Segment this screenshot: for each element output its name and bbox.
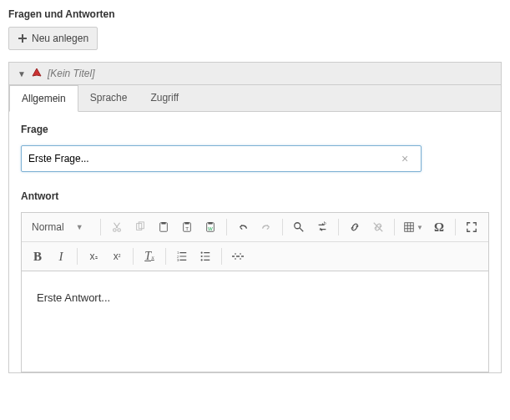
editor-toolbar-row2: B I x₂ x² Tₓ 123 bbox=[22, 242, 488, 271]
svg-rect-13 bbox=[405, 223, 414, 232]
table-icon[interactable]: ▼ bbox=[400, 216, 427, 238]
editor-toolbar-row1: Normal ▼ T W ab ▼ Ω bbox=[22, 213, 488, 242]
svg-point-18 bbox=[201, 256, 203, 257]
editor-content-area[interactable]: Erste Antwort... bbox=[22, 271, 488, 372]
svg-text:T: T bbox=[185, 225, 189, 231]
paste-icon[interactable] bbox=[153, 216, 174, 238]
svg-rect-5 bbox=[184, 222, 189, 225]
item-panel: ▼ [Kein Titel] Allgemein Sprache Zugriff… bbox=[8, 62, 502, 373]
format-select-label: Normal bbox=[32, 221, 64, 233]
answer-label: Antwort bbox=[21, 190, 489, 202]
svg-rect-3 bbox=[161, 222, 165, 225]
undo-icon[interactable] bbox=[232, 216, 254, 238]
ordered-list-icon[interactable]: 123 bbox=[171, 245, 193, 267]
paste-text-icon[interactable]: T bbox=[176, 216, 198, 238]
question-input[interactable] bbox=[21, 145, 422, 172]
svg-text:W: W bbox=[208, 225, 213, 231]
svg-text:a: a bbox=[320, 226, 322, 231]
subscript-icon[interactable]: x₂ bbox=[83, 245, 104, 267]
svg-point-10 bbox=[295, 223, 300, 229]
content-type-icon bbox=[31, 68, 43, 79]
cut-icon[interactable] bbox=[106, 216, 128, 238]
tab-bar: Allgemein Sprache Zugriff bbox=[9, 85, 501, 112]
remove-format-icon[interactable]: Tₓ bbox=[139, 245, 160, 267]
panel-title: [Kein Titel] bbox=[48, 68, 95, 79]
plus-icon bbox=[18, 33, 28, 43]
copy-icon[interactable] bbox=[129, 216, 151, 238]
svg-text:b: b bbox=[324, 221, 326, 225]
create-button-label: Neu anlegen bbox=[32, 33, 88, 44]
tab-general[interactable]: Allgemein bbox=[9, 85, 78, 112]
svg-point-17 bbox=[201, 252, 203, 254]
bold-icon[interactable]: B bbox=[27, 245, 48, 267]
svg-point-19 bbox=[201, 259, 203, 261]
replace-icon[interactable]: ab bbox=[311, 216, 333, 238]
chevron-down-icon: ▼ bbox=[76, 223, 83, 231]
maximize-icon[interactable] bbox=[461, 216, 482, 238]
svg-text:3: 3 bbox=[177, 258, 179, 262]
collapse-caret-icon[interactable]: ▼ bbox=[18, 69, 26, 78]
create-button[interactable]: Neu anlegen bbox=[8, 27, 98, 50]
page-break-icon[interactable] bbox=[227, 245, 249, 267]
tab-language[interactable]: Sprache bbox=[78, 85, 139, 112]
redo-icon[interactable] bbox=[255, 216, 277, 238]
rich-text-editor: Normal ▼ T W ab ▼ Ω bbox=[21, 212, 489, 372]
italic-icon[interactable]: I bbox=[50, 245, 72, 267]
svg-rect-8 bbox=[208, 222, 212, 225]
clear-input-icon[interactable]: × bbox=[401, 152, 408, 165]
superscript-icon[interactable]: x² bbox=[106, 245, 128, 267]
format-select[interactable]: Normal ▼ bbox=[27, 218, 95, 236]
unlink-icon[interactable] bbox=[367, 216, 389, 238]
question-label: Frage bbox=[21, 124, 489, 135]
special-char-icon[interactable]: Ω bbox=[428, 216, 450, 238]
paste-word-icon[interactable]: W bbox=[199, 216, 221, 238]
tab-access[interactable]: Zugriff bbox=[139, 85, 190, 112]
find-icon[interactable] bbox=[288, 216, 310, 238]
section-title: Fragen und Antworten bbox=[8, 8, 502, 20]
link-icon[interactable] bbox=[344, 216, 366, 238]
unordered-list-icon[interactable] bbox=[194, 245, 216, 267]
